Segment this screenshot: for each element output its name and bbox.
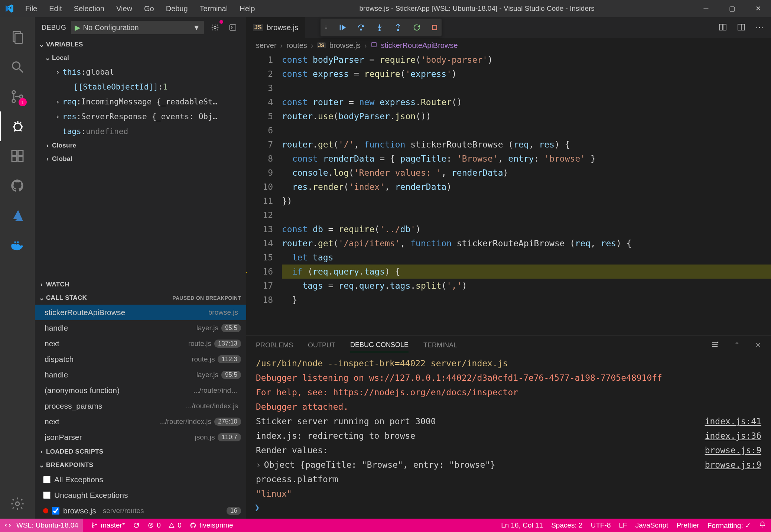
compare-changes-icon[interactable] [718,23,727,33]
bp-checkbox[interactable] [43,476,51,483]
code-editor[interactable]: 123456789101112131415▶161718 const bodyP… [246,53,771,335]
bottom-panel: PROBLEMS OUTPUT DEBUG CONSOLE TERMINAL ⌃… [246,335,771,519]
callstack-frame[interactable]: (anonymous function).../router/ind… [35,383,246,398]
github-user[interactable]: fiveisprime [190,521,233,529]
callstack-frame[interactable]: jsonParserjson.js110:7 [35,429,246,445]
step-over-button[interactable] [357,23,365,32]
search-icon[interactable] [0,52,35,82]
minimize-button[interactable]: ─ [693,0,719,17]
settings-gear-icon[interactable] [0,489,35,519]
extensions-icon[interactable] [0,141,35,171]
debug-console-input[interactable]: ❯ [246,502,771,519]
formatting-status[interactable]: Formatting: ✓ [707,521,751,530]
breadcrumb[interactable]: server› routes› JS browse.js› stickerRou… [246,38,771,53]
menu-terminal[interactable]: Terminal [194,1,234,17]
callstack-frame[interactable]: handlelayer.js95:5 [35,367,246,383]
cursor-position[interactable]: Ln 16, Col 11 [501,521,543,529]
breadcrumb-item[interactable]: server [256,41,277,50]
encoding[interactable]: UTF-8 [591,521,611,529]
close-button[interactable]: ✕ [745,0,771,17]
menu-selection[interactable]: Selection [68,1,110,17]
docker-icon[interactable] [0,230,35,260]
loaded-scripts-section-header[interactable]: ›LOADED SCRIPTS [35,445,246,458]
callstack-frame[interactable]: nextroute.js137:13 [35,336,246,351]
callstack-frame[interactable]: handlelayer.js95:5 [35,320,246,336]
menu-help[interactable]: Help [234,1,261,17]
callstack-frame[interactable]: dispatchroute.js112:3 [35,351,246,367]
svg-rect-18 [18,150,23,155]
language-mode[interactable]: JavaScript [635,521,668,529]
variables-section-header[interactable]: ⌄VARIABLES [35,38,246,51]
menu-view[interactable]: View [110,1,138,17]
collapse-panel-icon[interactable]: ⌃ [734,341,740,350]
console-line: /usr/bin/node --inspect-brk=44022 server… [256,356,761,371]
step-into-button[interactable] [375,23,384,32]
breakpoint-file[interactable]: browse.jsserver/routes16 [35,503,246,519]
svg-line-14 [20,130,22,131]
scope-local[interactable]: ⌄Local [35,51,246,65]
scm-badge: 1 [19,98,27,106]
breadcrumb-item[interactable]: browse.js [329,41,361,50]
scope-closure[interactable]: ›Closure [35,139,246,152]
remote-indicator[interactable]: WSL: Ubuntu-18.04 [0,519,83,532]
split-editor-icon[interactable] [737,23,746,33]
panel-tab-debug-console[interactable]: DEBUG CONSOLE [350,338,409,352]
debug-console-toggle-icon[interactable] [226,21,240,34]
stop-button[interactable] [431,24,438,31]
debug-settings-icon[interactable] [208,21,222,34]
callstack-frame[interactable]: next.../router/index.js275:10 [35,414,246,429]
scope-global[interactable]: ›Global [35,152,246,166]
drag-handle-icon[interactable]: ⠿ [324,25,328,30]
variable-row[interactable]: ›req: IncomingMessage {_readableSt… [35,94,246,109]
variable-row[interactable]: ›res: ServerResponse {_events: Obj… [35,109,246,124]
chevron-down-icon: ▼ [193,23,200,32]
variable-row[interactable]: ›this: global [35,65,246,80]
sync-icon[interactable] [133,522,140,529]
step-out-button[interactable] [394,23,402,32]
breakpoint-all-exceptions[interactable]: All Exceptions [35,472,246,487]
bp-checkbox[interactable] [43,492,51,499]
notifications-icon[interactable] [759,521,766,530]
problems-indicator[interactable]: 0 0 [148,521,181,529]
breadcrumb-symbol[interactable]: stickerRouteApiBrowse [381,41,458,50]
debug-config-dropdown[interactable]: ▶ No Configuration ▼ [71,21,204,34]
watch-section-header[interactable]: ›WATCH [35,278,246,291]
callstack-frame[interactable]: stickerRouteApiBrowsebrowse.js [35,305,246,320]
start-debug-icon[interactable]: ▶ [75,23,80,32]
restart-button[interactable] [413,23,421,32]
continue-button[interactable] [338,23,347,32]
more-actions-icon[interactable]: ⋯ [755,23,764,32]
prettier-status[interactable]: Prettier [676,521,699,529]
panel-tab-problems[interactable]: PROBLEMS [256,338,293,352]
git-branch[interactable]: master* [91,521,125,529]
github-icon[interactable] [0,171,35,201]
svg-point-43 [92,527,93,528]
panel-tab-terminal[interactable]: TERMINAL [423,338,457,352]
callstack-frame[interactable]: process_params.../router/index.js [35,398,246,414]
debug-icon[interactable] [0,111,35,141]
editor-tab[interactable]: JS browse.js [246,17,305,38]
breakpoints-section-header[interactable]: ⌄BREAKPOINTS [35,458,246,472]
breakpoint-dot-icon [43,508,48,513]
source-control-icon[interactable]: 1 [0,82,35,111]
azure-icon[interactable] [0,201,35,230]
variable-row[interactable]: tags: undefined [35,124,246,139]
indentation[interactable]: Spaces: 2 [551,521,583,529]
menu-edit[interactable]: Edit [43,1,68,17]
bp-checkbox[interactable] [52,507,59,515]
callstack-section-header[interactable]: ⌄CALL STACKPAUSED ON BREAKPOINT [35,291,246,305]
maximize-button[interactable]: ▢ [719,0,745,17]
close-panel-icon[interactable]: ✕ [755,341,761,350]
explorer-icon[interactable] [0,22,35,52]
clear-console-icon[interactable] [711,340,719,350]
debug-console-output[interactable]: /usr/bin/node --inspect-brk=44022 server… [246,355,771,502]
debug-toolbar[interactable]: ⠿ [321,19,442,36]
menu-go[interactable]: Go [138,1,160,17]
breakpoint-uncaught-exceptions[interactable]: Uncaught Exceptions [35,487,246,503]
menu-debug[interactable]: Debug [160,1,194,17]
variable-row[interactable]: [[StableObjectId]]: 1 [35,80,246,94]
panel-tab-output[interactable]: OUTPUT [308,338,335,352]
eol[interactable]: LF [619,521,627,529]
breadcrumb-item[interactable]: routes [286,41,307,50]
menu-file[interactable]: File [19,1,43,17]
